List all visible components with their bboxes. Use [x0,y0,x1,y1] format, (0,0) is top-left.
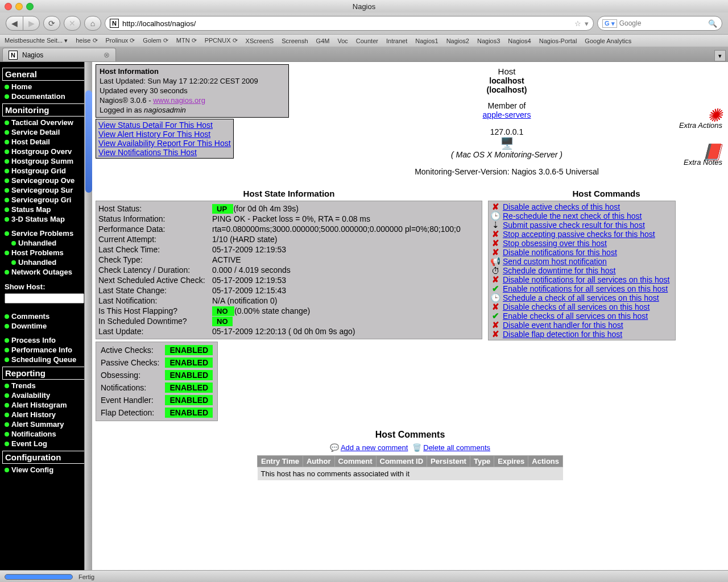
forward-button[interactable]: ▶ [23,16,40,31]
command-link[interactable]: Schedule downtime for this host [503,266,615,275]
sidebar-item[interactable]: Host Problems [0,248,92,257]
search-icon[interactable]: 🔍 [708,19,717,28]
command-row[interactable]: ✘Disable event handler for this host [491,321,673,330]
extra-actions[interactable]: ✺Extra Actions [679,110,722,130]
sidebar-item[interactable]: Hostgroup Grid [0,166,92,176]
window-close-button[interactable] [5,3,12,10]
command-link[interactable]: Stop obsessing over this host [503,239,607,248]
reload-button[interactable]: ⟳ [43,16,60,31]
sidebar-item[interactable]: Process Info [0,335,92,345]
command-link[interactable]: Re-schedule the next check of this host [503,211,642,221]
browser-tab[interactable]: N Nagios ⊗ [2,48,116,61]
host-detail-link[interactable]: View Notifications This Host [98,148,231,157]
window-zoom-button[interactable] [26,3,34,10]
command-row[interactable]: ✘Disable notifications for all services … [491,275,673,284]
bookmark-item[interactable]: MTN ⟳ [176,37,197,44]
sidebar-item[interactable]: Unhandled [0,238,92,248]
command-row[interactable]: ✔Enable notifications for all services o… [491,284,673,293]
sidebar-item[interactable]: Notifications [0,429,92,439]
bookmark-item[interactable]: Prolinux ⟳ [106,37,135,44]
sidebar-item[interactable]: Status Map [0,205,92,214]
url-dropdown-icon[interactable]: ▾ [585,19,589,28]
sidebar-item[interactable]: Alert History [0,410,92,419]
back-button[interactable]: ◀ [6,16,23,31]
bookmark-item[interactable]: G4M [316,38,330,44]
stop-button[interactable]: ✕ [64,16,81,31]
sidebar-scrollbar[interactable] [84,62,92,570]
command-link[interactable]: Disable notifications for all services o… [503,275,669,284]
sidebar-item[interactable]: Tactical Overview [0,118,92,127]
sidebar-item[interactable]: Event Log [0,439,92,448]
bookmark-item[interactable]: Golem ⟳ [143,37,168,44]
sidebar-item[interactable]: Trends [0,381,92,390]
command-link[interactable]: Send custom host notification [503,257,607,266]
command-row[interactable]: ✘Disable notifications for this host [491,248,673,257]
bookmark-item[interactable]: heise ⟳ [76,37,97,44]
command-link[interactable]: Disable checks of all services on this h… [503,302,650,311]
bookmark-item[interactable]: Nagios1 [415,38,438,44]
bookmark-item[interactable]: Screensh [282,38,308,44]
bookmark-item[interactable]: XScreenS [246,38,274,44]
nagios-org-link[interactable]: www.nagios.org [153,96,205,105]
host-detail-link[interactable]: View Alert History For This Host [98,130,231,139]
bookmark-item[interactable]: Intranet [386,38,407,44]
command-link[interactable]: Schedule a check of all services on this… [503,293,659,302]
host-detail-link[interactable]: View Availability Report For This Host [98,139,231,148]
command-row[interactable]: ✘Stop obsessing over this host [491,239,673,248]
sidebar-item[interactable]: Hostgroup Summ [0,156,92,166]
command-row[interactable]: ✘Disable checks of all services on this … [491,302,673,311]
command-link[interactable]: Disable active checks of this host [503,202,620,211]
tab-close-icon[interactable]: ⊗ [104,51,110,59]
command-link[interactable]: Disable flap detection for this host [503,330,622,339]
command-row[interactable]: 🕒Schedule a check of all services on thi… [491,293,673,302]
delete-comments-link[interactable]: Delete all comments [423,443,490,452]
command-row[interactable]: ✘Disable active checks of this host [491,202,673,211]
sidebar-item[interactable]: Alert Summary [0,419,92,429]
sidebar-item[interactable]: Network Outages [0,267,92,277]
sidebar-item[interactable]: Servicegroup Gri [0,195,92,205]
command-row[interactable]: ⏱Schedule downtime for this host [491,266,673,275]
bookmark-item[interactable]: Nagios2 [446,38,469,44]
command-link[interactable]: Enable checks of all services on this ho… [503,311,648,321]
bookmark-item[interactable]: Nagios-Portal [539,38,577,44]
sidebar-item[interactable]: Service Detail [0,127,92,137]
command-link[interactable]: Stop accepting passive checks for this h… [503,230,655,239]
command-link[interactable]: Enable notifications for all services on… [503,284,668,293]
bookmark-item[interactable]: PPCNUX ⟳ [205,37,238,44]
sidebar-item[interactable]: View Config [0,465,92,475]
command-row[interactable]: ✘Disable flap detection for this host [491,330,673,339]
window-minimize-button[interactable] [15,3,23,10]
hostgroup-link[interactable]: apple-servers [483,110,531,119]
bookmark-star-icon[interactable]: ☆ [574,19,581,28]
command-link[interactable]: Disable event handler for this host [503,321,623,330]
sidebar-item[interactable]: 3-D Status Map [0,214,92,224]
sidebar-item[interactable]: Downtime [0,321,92,331]
command-link[interactable]: Disable notifications for this host [503,248,617,257]
command-row[interactable]: ⇣Submit passive check result for this ho… [491,221,673,230]
sidebar-item[interactable]: Host Detail [0,137,92,147]
tab-list-button[interactable]: ▾ [714,50,726,61]
command-row[interactable]: 🕒Re-schedule the next check of this host [491,211,673,221]
command-row[interactable]: 📢Send custom host notification [491,257,673,266]
command-row[interactable]: ✔Enable checks of all services on this h… [491,311,673,321]
extra-notes[interactable]: 📕Extra Notes [679,147,722,167]
bookmark-item[interactable]: Meistbesuchte Seit... ▾ [5,37,68,44]
add-comment-link[interactable]: Add a new comment [341,443,408,452]
bookmark-item[interactable]: Nagios4 [508,38,531,44]
home-button[interactable]: ⌂ [84,16,101,31]
sidebar-item[interactable]: Hostgroup Overv [0,147,92,156]
sidebar-item[interactable]: Servicegroup Sur [0,185,92,195]
host-detail-link[interactable]: View Status Detail For This Host [98,120,231,130]
sidebar-item[interactable]: Documentation [0,92,92,101]
sidebar-item[interactable]: Comments [0,311,92,321]
sidebar-item[interactable]: Alert Histogram [0,400,92,410]
bookmark-item[interactable]: Voc [337,38,348,44]
bookmark-item[interactable]: Counter [356,38,378,44]
bookmark-item[interactable]: Nagios3 [477,38,500,44]
show-host-input[interactable] [5,293,84,304]
search-bar[interactable]: G ▾ 🔍 [597,16,722,31]
bookmark-item[interactable]: Google Analytics [585,38,631,44]
sidebar-item[interactable]: Home [0,82,92,92]
url-bar[interactable]: N ☆ ▾ [105,16,594,31]
search-input[interactable] [619,19,706,27]
